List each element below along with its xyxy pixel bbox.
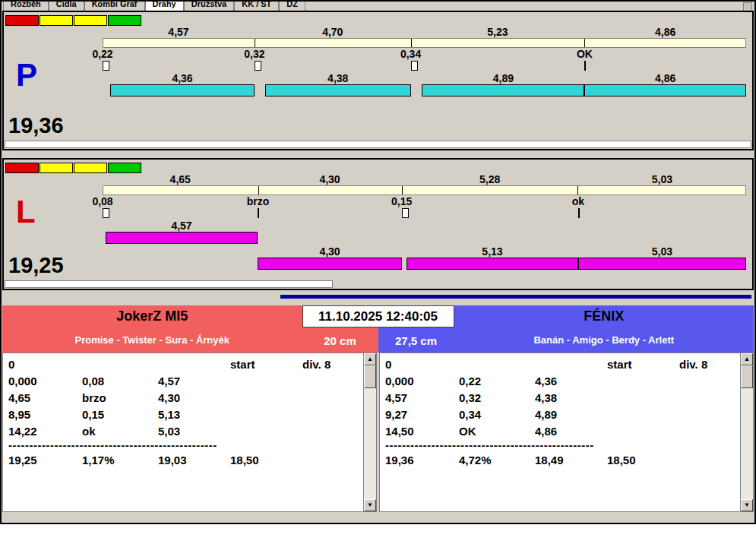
scrollbar-right[interactable]: ▲ ▼ (740, 353, 753, 511)
table-cell (679, 452, 737, 469)
cross-time-labels: 0,08brzo0,15ok (103, 195, 746, 207)
run-time-label: 4,36 (172, 72, 192, 84)
datetime-display: 11.10.2025 12:40:05 (302, 305, 454, 327)
total-cell: 18,49 (535, 452, 607, 469)
table-cell: 0,32 (459, 390, 535, 406)
lane-total-p: 19,36 (8, 114, 64, 137)
table-cell (679, 390, 737, 406)
table-cell (679, 373, 737, 390)
table-cell (607, 406, 679, 423)
tab-bar: RozběhČidlaKombi GrafDráhyDružstvaKK / S… (2, 2, 754, 11)
cross-time-label: 0,22 (92, 48, 112, 60)
table-cell: OK (459, 423, 535, 440)
run-time-bar (406, 258, 578, 270)
teams-header: JokerZ MI5 Promise - Twister - Sura - Ár… (2, 305, 754, 353)
total-time-bar (103, 38, 746, 48)
cross-time-label: brzo (247, 195, 270, 207)
run-time-label: 4,89 (493, 72, 514, 84)
cross-marker-line (584, 61, 586, 71)
scroll-up-icon[interactable]: ▲ (741, 353, 753, 365)
cross-marker-line (258, 208, 259, 218)
table-cell (302, 452, 360, 469)
split-time-label: 5,23 (487, 26, 508, 38)
start-light-1 (5, 163, 39, 173)
lane-total-l: 19,25 (8, 254, 64, 277)
progress-gap (2, 290, 754, 305)
total-cell: 19,03 (158, 452, 230, 469)
division-cell: div. 8 (302, 356, 360, 373)
table-cell: 0,22 (459, 373, 535, 390)
results-panel-left: 0startdiv. 80,0000,084,574,65brzo4,308,9… (2, 353, 377, 512)
segment-tick (255, 39, 255, 47)
table-cell: 9,27 (385, 406, 459, 423)
division-cell: div. 8 (679, 356, 737, 373)
run-time-bar (110, 84, 255, 96)
table-cell (302, 373, 360, 390)
run-time-bars (103, 258, 746, 271)
scroll-down-icon[interactable]: ▼ (741, 499, 753, 511)
scroll-thumb[interactable] (741, 365, 753, 388)
tab-Družstva[interactable]: Družstva (184, 2, 234, 11)
segment-tick (411, 39, 412, 47)
total-cell: 19,36 (385, 452, 459, 469)
cross-marker-box (103, 208, 109, 218)
table-cell: 0,08 (82, 373, 158, 390)
team-left-name: JokerZ MI5 (2, 308, 302, 324)
cross-marker-box (255, 61, 261, 71)
tab-Kombi Graf[interactable]: Kombi Graf (84, 2, 145, 11)
run-time-label: 4,30 (319, 245, 340, 258)
table-cell: ok (82, 423, 158, 440)
start-light-4 (108, 163, 141, 173)
table-cell: 8,95 (8, 406, 82, 423)
team-left-dogs: Promise - Twister - Sura - Árnyék (2, 334, 302, 346)
run-time-bars (103, 232, 746, 245)
start-light-1 (5, 15, 39, 26)
start-lights-l (5, 163, 142, 173)
segment-tick (402, 186, 403, 195)
tab-KK / ST[interactable]: KK / ST (234, 2, 279, 11)
tab-Dráhy[interactable]: Dráhy (145, 2, 184, 11)
split-time-label: 4,65 (170, 173, 191, 185)
cross-time-labels: 0,220,320,34OK (103, 48, 746, 60)
scroll-down-icon[interactable]: ▼ (364, 499, 376, 511)
lane-track-l: 4,654,305,285,030,08brzo0,15ok4,574,305,… (103, 173, 746, 271)
progress-bar (280, 295, 751, 299)
run-time-bar (584, 84, 746, 96)
table-cell (158, 356, 230, 373)
start-light-3 (74, 163, 107, 173)
cross-marker-line (578, 208, 580, 218)
total-cell: 4,72% (459, 452, 535, 469)
segment-tick (584, 39, 585, 47)
split-time-label: 4,57 (168, 26, 188, 38)
table-cell (679, 440, 737, 452)
run-time-label: 4,86 (655, 72, 675, 84)
table-cell (459, 356, 535, 373)
table-cell: 0,000 (385, 373, 459, 390)
segment-tick (577, 186, 578, 195)
tab-DZ[interactable]: DZ (279, 2, 305, 11)
scrollbar-left[interactable]: ▲ ▼ (363, 353, 376, 511)
table-cell: 4,30 (158, 390, 230, 406)
status-strip-l (5, 280, 333, 288)
table-cell (302, 390, 360, 406)
run-time-labels: 4,364,384,894,86 (103, 72, 746, 84)
run-time-bar (422, 84, 584, 96)
table-cell: 0 (8, 356, 82, 373)
total-cell: 1,17% (82, 452, 158, 469)
tab-Čidla[interactable]: Čidla (49, 2, 84, 11)
tab-Rozběh[interactable]: Rozběh (3, 2, 49, 11)
split-time-label: 4,70 (322, 26, 343, 38)
table-cell (535, 356, 607, 373)
lane-panel-p: P 19,36 4,574,705,234,860,220,320,34OK4,… (2, 11, 754, 150)
start-lights-p (5, 15, 142, 26)
cross-marker-box (402, 208, 409, 218)
total-cell: 18,50 (230, 452, 302, 469)
scroll-thumb[interactable] (364, 365, 376, 388)
table-cell (302, 440, 360, 452)
start-light-4 (108, 15, 141, 26)
results-table-left: 0startdiv. 80,0000,084,574,65brzo4,308,9… (8, 356, 360, 469)
table-cell (607, 423, 679, 440)
scroll-up-icon[interactable]: ▲ (364, 353, 376, 365)
table-separator: ----------------------------------------… (8, 440, 230, 452)
total-cell: 19,25 (8, 452, 82, 469)
